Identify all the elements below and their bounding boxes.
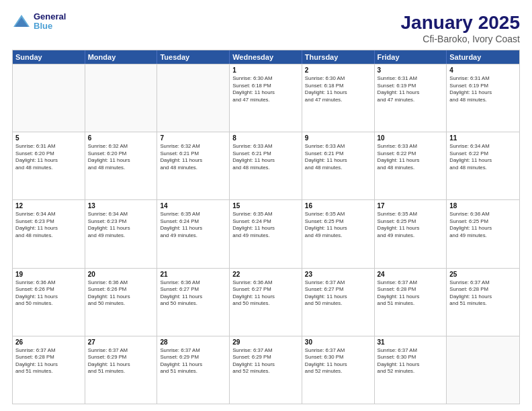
day-number: 22 <box>232 271 299 278</box>
day-cell-11: 11Sunrise: 6:34 AMSunset: 6:22 PMDayligh… <box>447 132 519 199</box>
header-day-thursday: Thursday <box>302 50 375 64</box>
header-day-tuesday: Tuesday <box>157 50 230 64</box>
calendar-row-2: 5Sunrise: 6:31 AMSunset: 6:20 PMDaylight… <box>13 132 519 199</box>
subtitle: Cfi-Baroko, Ivory Coast <box>401 34 520 44</box>
title-block: January 2025 Cfi-Baroko, Ivory Coast <box>401 12 520 44</box>
day-cell-8: 8Sunrise: 6:33 AMSunset: 6:21 PMDaylight… <box>230 132 302 199</box>
day-cell-9: 9Sunrise: 6:33 AMSunset: 6:21 PMDaylight… <box>302 132 375 199</box>
day-cell-12: 12Sunrise: 6:34 AMSunset: 6:23 PMDayligh… <box>13 200 85 267</box>
day-number: 7 <box>160 134 226 142</box>
day-cell-26: 26Sunrise: 6:37 AMSunset: 6:28 PMDayligh… <box>13 336 85 404</box>
day-number: 8 <box>232 134 299 142</box>
day-cell-empty <box>13 64 85 132</box>
day-info: Sunrise: 6:37 AMSunset: 6:27 PMDaylight:… <box>305 279 371 308</box>
day-number: 14 <box>160 202 226 210</box>
logo-text: General Blue <box>34 12 66 32</box>
day-info: Sunrise: 6:35 AMSunset: 6:25 PMDaylight:… <box>305 211 371 239</box>
day-cell-13: 13Sunrise: 6:34 AMSunset: 6:23 PMDayligh… <box>85 200 158 267</box>
day-cell-5: 5Sunrise: 6:31 AMSunset: 6:20 PMDaylight… <box>13 132 85 199</box>
day-cell-17: 17Sunrise: 6:35 AMSunset: 6:25 PMDayligh… <box>375 200 447 267</box>
day-cell-3: 3Sunrise: 6:31 AMSunset: 6:19 PMDaylight… <box>375 64 447 132</box>
day-cell-14: 14Sunrise: 6:35 AMSunset: 6:24 PMDayligh… <box>157 200 230 267</box>
calendar-row-1: 1Sunrise: 6:30 AMSunset: 6:18 PMDaylight… <box>13 64 519 132</box>
day-number: 21 <box>160 271 226 278</box>
day-number: 25 <box>449 271 517 278</box>
day-cell-10: 10Sunrise: 6:33 AMSunset: 6:22 PMDayligh… <box>375 132 447 199</box>
day-info: Sunrise: 6:34 AMSunset: 6:23 PMDaylight:… <box>88 211 154 239</box>
day-cell-empty <box>157 64 230 132</box>
day-info: Sunrise: 6:35 AMSunset: 6:25 PMDaylight:… <box>378 211 444 239</box>
day-number: 31 <box>378 338 444 346</box>
page: General Blue January 2025 Cfi-Baroko, Iv… <box>0 0 532 411</box>
day-info: Sunrise: 6:30 AMSunset: 6:18 PMDaylight:… <box>305 75 371 103</box>
day-number: 28 <box>160 338 226 346</box>
day-info: Sunrise: 6:37 AMSunset: 6:28 PMDaylight:… <box>378 279 444 308</box>
header-day-wednesday: Wednesday <box>230 50 302 64</box>
day-cell-20: 20Sunrise: 6:36 AMSunset: 6:26 PMDayligh… <box>85 269 158 336</box>
day-cell-23: 23Sunrise: 6:37 AMSunset: 6:27 PMDayligh… <box>302 269 375 336</box>
header-day-sunday: Sunday <box>13 50 85 64</box>
day-cell-24: 24Sunrise: 6:37 AMSunset: 6:28 PMDayligh… <box>375 269 447 336</box>
day-info: Sunrise: 6:34 AMSunset: 6:23 PMDaylight:… <box>15 211 82 239</box>
day-info: Sunrise: 6:36 AMSunset: 6:27 PMDaylight:… <box>160 279 226 308</box>
day-info: Sunrise: 6:34 AMSunset: 6:22 PMDaylight:… <box>449 143 517 171</box>
day-info: Sunrise: 6:36 AMSunset: 6:26 PMDaylight:… <box>15 279 82 308</box>
day-number: 5 <box>15 134 82 142</box>
day-info: Sunrise: 6:33 AMSunset: 6:21 PMDaylight:… <box>305 143 371 171</box>
day-info: Sunrise: 6:33 AMSunset: 6:22 PMDaylight:… <box>378 143 444 171</box>
day-number: 17 <box>378 202 444 210</box>
day-number: 1 <box>232 66 299 74</box>
day-cell-30: 30Sunrise: 6:37 AMSunset: 6:30 PMDayligh… <box>302 336 375 404</box>
day-info: Sunrise: 6:37 AMSunset: 6:30 PMDaylight:… <box>305 347 371 375</box>
day-info: Sunrise: 6:36 AMSunset: 6:26 PMDaylight:… <box>88 279 154 308</box>
day-cell-19: 19Sunrise: 6:36 AMSunset: 6:26 PMDayligh… <box>13 269 85 336</box>
calendar-header: SundayMondayTuesdayWednesdayThursdayFrid… <box>13 50 519 64</box>
day-cell-27: 27Sunrise: 6:37 AMSunset: 6:29 PMDayligh… <box>85 336 158 404</box>
main-title: January 2025 <box>401 12 520 34</box>
day-info: Sunrise: 6:31 AMSunset: 6:20 PMDaylight:… <box>15 143 82 171</box>
day-cell-16: 16Sunrise: 6:35 AMSunset: 6:25 PMDayligh… <box>302 200 375 267</box>
header-day-saturday: Saturday <box>447 50 519 64</box>
day-cell-31: 31Sunrise: 6:37 AMSunset: 6:30 PMDayligh… <box>375 336 447 404</box>
day-info: Sunrise: 6:37 AMSunset: 6:29 PMDaylight:… <box>160 347 226 375</box>
day-number: 18 <box>449 202 517 210</box>
logo-line2: Blue <box>34 21 52 31</box>
day-cell-empty <box>447 336 519 404</box>
day-info: Sunrise: 6:32 AMSunset: 6:21 PMDaylight:… <box>160 143 226 171</box>
calendar: SundayMondayTuesdayWednesdayThursdayFrid… <box>12 50 520 404</box>
header-day-monday: Monday <box>85 50 158 64</box>
day-number: 6 <box>88 134 154 142</box>
day-cell-28: 28Sunrise: 6:37 AMSunset: 6:29 PMDayligh… <box>157 336 230 404</box>
day-info: Sunrise: 6:35 AMSunset: 6:24 PMDaylight:… <box>160 211 226 239</box>
day-number: 10 <box>378 134 444 142</box>
day-number: 23 <box>305 271 371 278</box>
logo: General Blue <box>12 12 66 32</box>
day-info: Sunrise: 6:30 AMSunset: 6:18 PMDaylight:… <box>232 75 299 103</box>
day-info: Sunrise: 6:33 AMSunset: 6:21 PMDaylight:… <box>232 143 299 171</box>
day-number: 12 <box>15 202 82 210</box>
header-day-friday: Friday <box>375 50 447 64</box>
day-cell-1: 1Sunrise: 6:30 AMSunset: 6:18 PMDaylight… <box>230 64 302 132</box>
day-info: Sunrise: 6:37 AMSunset: 6:29 PMDaylight:… <box>232 347 299 375</box>
calendar-body: 1Sunrise: 6:30 AMSunset: 6:18 PMDaylight… <box>13 64 519 404</box>
day-info: Sunrise: 6:35 AMSunset: 6:24 PMDaylight:… <box>232 211 299 239</box>
header: General Blue January 2025 Cfi-Baroko, Iv… <box>12 12 520 44</box>
day-number: 11 <box>449 134 517 142</box>
day-info: Sunrise: 6:31 AMSunset: 6:19 PMDaylight:… <box>378 75 444 103</box>
day-number: 19 <box>15 271 82 278</box>
day-info: Sunrise: 6:36 AMSunset: 6:25 PMDaylight:… <box>449 211 517 239</box>
day-cell-21: 21Sunrise: 6:36 AMSunset: 6:27 PMDayligh… <box>157 269 230 336</box>
day-info: Sunrise: 6:36 AMSunset: 6:27 PMDaylight:… <box>232 279 299 308</box>
day-cell-22: 22Sunrise: 6:36 AMSunset: 6:27 PMDayligh… <box>230 269 302 336</box>
day-info: Sunrise: 6:31 AMSunset: 6:19 PMDaylight:… <box>449 75 517 103</box>
logo-line1: General <box>34 12 66 21</box>
day-info: Sunrise: 6:37 AMSunset: 6:29 PMDaylight:… <box>88 347 154 375</box>
day-cell-15: 15Sunrise: 6:35 AMSunset: 6:24 PMDayligh… <box>230 200 302 267</box>
calendar-row-5: 26Sunrise: 6:37 AMSunset: 6:28 PMDayligh… <box>13 336 519 404</box>
day-number: 29 <box>232 338 299 346</box>
day-cell-empty <box>85 64 158 132</box>
day-number: 3 <box>378 66 444 74</box>
day-number: 15 <box>232 202 299 210</box>
day-number: 30 <box>305 338 371 346</box>
day-info: Sunrise: 6:37 AMSunset: 6:28 PMDaylight:… <box>449 279 517 308</box>
